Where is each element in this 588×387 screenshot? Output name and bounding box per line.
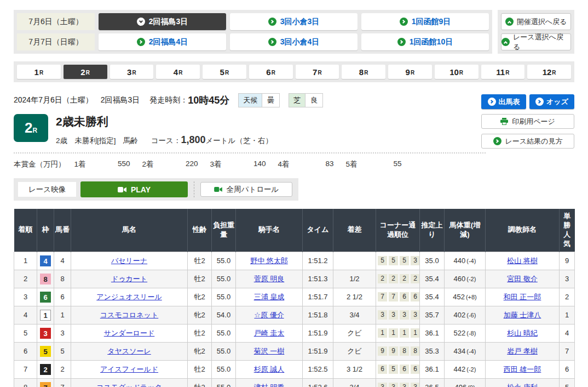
course-unit: メートル（芝・右）: [205, 136, 272, 145]
tab-number: 9: [406, 67, 410, 77]
weather-badge: 天候 曇: [238, 93, 280, 107]
tab-race-12r[interactable]: 12R: [527, 65, 571, 79]
jockey-link[interactable]: ☆原 優介: [254, 311, 284, 319]
tab-race-1r[interactable]: 1R: [17, 65, 61, 79]
finish-position: 1: [14, 252, 37, 270]
trainer-link[interactable]: 松永 康利: [507, 383, 538, 387]
horse-name-link[interactable]: アンジュオスリール: [96, 293, 162, 301]
jockey-link[interactable]: 菊沢 一樹: [254, 347, 285, 355]
corner-position: 3: [400, 310, 409, 320]
corner-position: 1: [411, 328, 420, 338]
video-camera-icon: [214, 186, 222, 192]
tab-race-3r[interactable]: 3R: [110, 65, 154, 79]
horse-name-link[interactable]: サンダーロード: [104, 329, 155, 337]
trainer-link[interactable]: 加藤 士津八: [504, 311, 541, 319]
tab-race-8r[interactable]: 8R: [342, 65, 385, 79]
corner-order-cell: 3333: [376, 378, 420, 387]
corner-position: 1: [378, 328, 387, 338]
horse-name-link[interactable]: ドゥカート: [111, 275, 147, 283]
tab-race-11r[interactable]: 11R: [481, 65, 525, 79]
prize-amount: 83: [303, 160, 334, 169]
corner-order: 3333: [378, 310, 420, 320]
body-weight: 434: [454, 347, 466, 355]
turf-label: 芝: [289, 94, 305, 107]
horse-name-link[interactable]: コスモグッドラック: [96, 383, 162, 387]
trainer-link[interactable]: 岩戸 孝樹: [507, 347, 538, 355]
jockey-link[interactable]: 菅原 明良: [254, 275, 285, 283]
corner-order: 5553: [378, 256, 420, 265]
column-header: 着順: [14, 209, 37, 252]
tab-race-7r[interactable]: 7R: [296, 65, 339, 79]
frame-number-badge: 1: [40, 310, 51, 321]
jockey-link[interactable]: 野中 悠太郎: [250, 257, 288, 265]
race-results-table: 着順 枠 馬番 馬名 性齢 負担重量 騎手名 タイム 着差 コーナー通過順位 推…: [14, 209, 575, 387]
chevron-up-icon: [501, 38, 510, 46]
corner-position: 3: [389, 383, 398, 387]
prize-place: 4着: [278, 160, 303, 169]
tab-suffix: R: [272, 70, 275, 76]
jockey-link[interactable]: 杉原 誠人: [254, 365, 285, 373]
finish-position: 7: [14, 360, 37, 378]
trainer-link[interactable]: 宮田 敬介: [507, 275, 538, 283]
date-meeting-nav: 7月6日（土曜）2回福島3日3回小倉3日1回函館9日7月7日（日曜）2回福島4日…: [14, 10, 574, 54]
meeting-button-label: 1回函館10日: [410, 37, 453, 47]
race-number: 2: [25, 119, 32, 136]
trainer-link[interactable]: 杉山 晴紀: [507, 329, 538, 337]
column-header: 馬番: [54, 209, 71, 252]
carried-weight: 55.0: [212, 342, 236, 360]
body-weight: 442: [454, 365, 466, 373]
meeting-button[interactable]: 1回函館9日: [361, 13, 489, 30]
print-page-button[interactable]: 印刷用ページ: [481, 114, 574, 129]
back-button[interactable]: レース選択へ戻る: [501, 33, 571, 50]
trainer-cell: 松山 将樹: [486, 252, 560, 270]
horse-name-link[interactable]: バセリーナ: [111, 257, 147, 265]
carried-weight: 55.0: [212, 270, 236, 288]
corner-order-cell: 3333: [376, 306, 420, 324]
margin: [333, 252, 376, 270]
results-guide-label: レース結果の見方: [505, 136, 563, 146]
tab-race-2r[interactable]: 2R: [64, 65, 107, 79]
corner-order: 1111: [378, 328, 420, 338]
jockey-link[interactable]: 三浦 皇成: [254, 293, 285, 301]
results-guide-button[interactable]: レース結果の見方: [481, 134, 574, 149]
horse-name-link[interactable]: コスモコロネット: [100, 311, 158, 319]
jockey-link[interactable]: 津村 明秀: [254, 383, 285, 387]
corner-position: 8: [411, 346, 420, 356]
sex-age: 牡2: [188, 270, 212, 288]
last-3f-time: 35.3: [420, 342, 445, 360]
patrol-video-button[interactable]: 全周パトロール: [200, 182, 292, 197]
tab-race-9r[interactable]: 9R: [388, 65, 432, 79]
jockey-link[interactable]: 戸崎 圭太: [254, 329, 285, 337]
column-header: 性齢: [188, 209, 212, 252]
tab-race-10r[interactable]: 10R: [435, 65, 479, 79]
tab-race-4r[interactable]: 4R: [156, 65, 200, 79]
margin: クビ: [333, 324, 376, 342]
nav-row: 7月7日（日曜）2回福島4日3回小倉4日1回函館10日: [17, 33, 489, 50]
meeting-button[interactable]: 3回小倉4日: [230, 33, 358, 50]
horse-name-link[interactable]: アイスフィールド: [100, 365, 158, 373]
trainer-cell: 和田 正一郎: [486, 288, 560, 306]
trainer-cell: 杉山 晴紀: [486, 324, 560, 342]
tab-race-5r[interactable]: 5R: [203, 65, 246, 79]
corner-position: 3: [378, 383, 387, 387]
meeting-button-label: 2回福島4日: [149, 37, 188, 47]
back-buttons-panel: 開催選択へ戻るレース選択へ戻る: [498, 10, 574, 54]
meeting-button[interactable]: 2回福島3日: [99, 13, 226, 30]
meeting-button[interactable]: 3回小倉3日: [230, 13, 358, 30]
tab-suffix: R: [318, 70, 321, 76]
back-button[interactable]: 開催選択へ戻る: [501, 13, 571, 30]
trainer-link[interactable]: 和田 正一郎: [504, 293, 541, 301]
trainer-link[interactable]: 西田 雄一郎: [504, 365, 541, 373]
table-row: 288ドゥカート牡255.0菅原 明良1:51.31/2222235.4460(…: [14, 270, 575, 288]
prize-item: 3着140: [210, 160, 278, 169]
last-3f-time: 35.7: [420, 306, 445, 324]
entries-button[interactable]: 出馬表: [481, 94, 526, 109]
play-video-button[interactable]: PLAY: [80, 181, 188, 197]
horse-name-link[interactable]: タヤスソーレ: [107, 347, 151, 355]
meeting-button[interactable]: 2回福島4日: [99, 33, 226, 50]
tab-race-6r[interactable]: 6R: [249, 65, 293, 79]
body-weight-change: (+8): [466, 294, 477, 300]
odds-button[interactable]: オッズ: [529, 94, 574, 109]
meeting-button[interactable]: 1回函館10日: [361, 33, 489, 50]
trainer-link[interactable]: 松山 将樹: [507, 257, 538, 265]
